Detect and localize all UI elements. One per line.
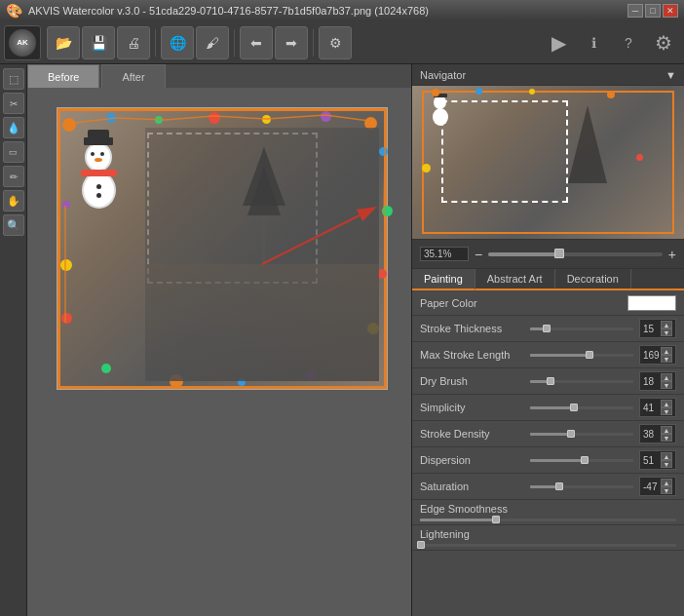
tab-decoration[interactable]: Decoration [555,269,631,289]
zoom-value-input[interactable] [420,247,469,261]
window-controls: ─ □ ✕ [627,4,678,18]
max-stroke-length-spinner[interactable]: ▲ ▼ [661,347,672,363]
canvas-area[interactable]: Before After [27,64,411,616]
zoom-minus-icon[interactable]: − [475,247,482,262]
tab-abstract-art[interactable]: Abstract Art [475,269,555,289]
saturation-label: Saturation [420,481,524,492]
navigator-content[interactable] [412,86,684,239]
dry-brush-down[interactable]: ▼ [661,381,672,389]
toolbar-sep-3 [313,29,314,57]
lightening-slider[interactable] [420,544,676,547]
crop-tool[interactable]: ✂ [3,93,24,114]
maximize-button[interactable]: □ [645,4,661,18]
stroke-thickness-label: Stroke Thickness [420,323,524,334]
dry-brush-label: Dry Brush [420,375,524,387]
eraser-tool[interactable]: ▭ [3,141,24,163]
stroke-density-up[interactable]: ▲ [661,426,672,434]
max-stroke-length-up[interactable]: ▲ [661,347,672,355]
back-button[interactable]: ⬅ [240,26,273,59]
paper-color-row: Paper Color [412,290,684,316]
lightening-row: Lightening [412,525,684,551]
stroke-density-label: Stroke Density [420,428,524,440]
saturation-down[interactable]: ▼ [661,486,672,494]
dry-brush-up[interactable]: ▲ [661,373,672,381]
dispersion-down[interactable]: ▼ [661,460,672,468]
dry-brush-spinner[interactable]: ▲ ▼ [661,373,672,389]
toolbar-sep-1 [155,29,156,57]
edge-smoothness-slider[interactable] [420,519,676,521]
globe-button[interactable]: 🌐 [161,26,194,59]
left-toolbox: ⬚ ✂ 💧 ▭ ✏ ✋ 🔍 [0,64,27,616]
stroke-density-spinner[interactable]: ▲ ▼ [661,426,672,442]
zoom-slider[interactable] [488,252,663,256]
navigator-collapse-icon[interactable]: ▼ [665,69,676,81]
max-stroke-length-down[interactable]: ▼ [661,355,672,363]
save-button[interactable]: 💾 [82,26,115,59]
simplicity-up[interactable]: ▲ [661,400,672,407]
minimize-button[interactable]: ─ [627,4,643,18]
dispersion-row: Dispersion 51 ▲ ▼ [412,447,684,474]
saturation-spinner[interactable]: ▲ ▼ [661,479,672,494]
open-button[interactable]: 📂 [47,26,80,59]
simplicity-spinner[interactable]: ▲ ▼ [661,400,672,415]
navigator: Navigator ▼ [412,64,684,269]
titlebar: 🎨 AKVIS Watercolor v.3.0 - 51cda229-0710… [0,0,684,21]
stroke-thickness-up[interactable]: ▲ [661,321,672,328]
saturation-row: Saturation -47 ▲ ▼ [412,474,684,500]
play-button[interactable]: ▶ [542,26,575,59]
gear2-button[interactable]: ⚙ [647,26,680,59]
tab-before[interactable]: Before [27,64,99,88]
forward-button[interactable]: ➡ [275,26,308,59]
navigator-zoom-bar: − + [412,239,684,268]
stroke-density-slider[interactable] [530,433,634,436]
zoom-plus-icon[interactable]: + [668,247,676,262]
edge-smoothness-label: Edge Smoothness [420,503,676,515]
select-tool[interactable]: ⬚ [3,68,24,90]
help-button[interactable]: ? [612,26,645,59]
settings-button[interactable]: ⚙ [319,26,352,59]
zoom-tool[interactable]: 🔍 [3,214,24,236]
pen-tool[interactable]: ✏ [3,166,24,187]
hand-tool[interactable]: ✋ [3,190,24,212]
max-stroke-length-value[interactable]: 169 ▲ ▼ [639,345,676,365]
main-area: ⬚ ✂ 💧 ▭ ✏ ✋ 🔍 Before After [0,64,684,616]
dry-brush-value[interactable]: 18 ▲ ▼ [639,371,676,391]
stroke-thickness-down[interactable]: ▼ [661,328,672,336]
navigator-header: Navigator ▼ [412,64,684,86]
canvas-content[interactable] [27,88,411,616]
saturation-slider[interactable] [530,485,634,488]
max-stroke-length-label: Max Stroke Length [420,349,524,361]
max-stroke-length-row: Max Stroke Length 169 ▲ ▼ [412,342,684,368]
stroke-thickness-spinner[interactable]: ▲ ▼ [661,321,672,336]
stroke-thickness-value[interactable]: 15 ▲ ▼ [639,319,676,338]
dispersion-up[interactable]: ▲ [661,452,672,460]
paper-color-swatch[interactable] [627,295,676,311]
dry-brush-slider[interactable] [530,380,634,383]
props-tab-bar: Painting Abstract Art Decoration [412,269,684,290]
stroke-density-value[interactable]: 38 ▲ ▼ [639,424,676,443]
stroke-density-down[interactable]: ▼ [661,434,672,442]
lightening-label: Lightening [420,528,676,540]
close-button[interactable]: ✕ [663,4,678,18]
dispersion-slider[interactable] [530,459,634,462]
simplicity-slider[interactable] [530,406,634,409]
simplicity-value[interactable]: 41 ▲ ▼ [639,398,676,417]
print-button[interactable]: 🖨 [117,26,150,59]
saturation-up[interactable]: ▲ [661,479,672,486]
dispersion-spinner[interactable]: ▲ ▼ [661,452,672,468]
snowman [67,137,131,211]
stroke-thickness-slider[interactable] [530,327,634,330]
tab-after[interactable]: After [101,64,165,88]
max-stroke-length-slider[interactable] [530,354,634,357]
brush-button[interactable]: 🖌 [196,26,229,59]
eyedropper-tool[interactable]: 💧 [3,117,24,138]
info-button[interactable]: ℹ [577,26,610,59]
dispersion-value[interactable]: 51 ▲ ▼ [639,450,676,470]
properties-panel[interactable]: Painting Abstract Art Decoration Paper C… [412,269,684,616]
landscape [145,128,379,381]
tab-painting[interactable]: Painting [412,269,475,290]
navigator-title: Navigator [420,69,466,81]
saturation-value[interactable]: -47 ▲ ▼ [639,477,676,496]
simplicity-down[interactable]: ▼ [661,407,672,415]
dispersion-label: Dispersion [420,454,524,466]
